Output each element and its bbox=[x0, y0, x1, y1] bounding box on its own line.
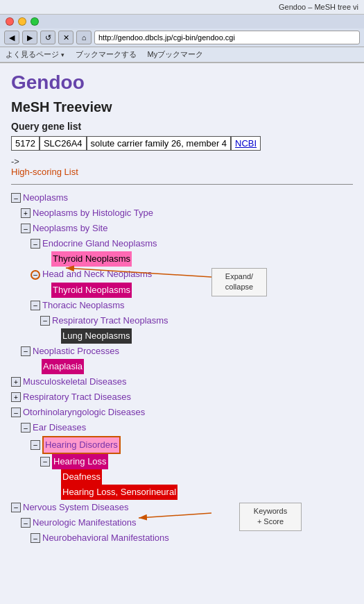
indent-thoracic-children: – Respiratory Tract Neoplasms Lung Neopl… bbox=[40, 313, 353, 344]
callout-expand-line2: collapse bbox=[225, 283, 253, 291]
gene-ncbi-link[interactable]: NCBI bbox=[231, 136, 261, 151]
indent-neurologic-children: – Neurobehavioral Manifestations bbox=[31, 530, 353, 546]
node-neurobehavioral[interactable]: Neurobehavioral Manifestations bbox=[42, 530, 169, 546]
toggle-endocrine[interactable]: – bbox=[31, 239, 40, 249]
tree-item-hearing-disorders: – Hearing Disorders bbox=[31, 436, 353, 454]
node-histologic[interactable]: Neoplasms by Histologic Type bbox=[33, 205, 153, 221]
node-nervous[interactable]: Nervous System Diseases bbox=[23, 500, 128, 515]
toggle-otorhinolaryngologic[interactable]: – bbox=[11, 408, 21, 417]
browser-chrome: Gendoo – MeSH tree vi ◀ ▶ ↺ ✕ ⌂ よく見るページ … bbox=[0, 0, 364, 63]
tree-item-head-neck: – Head and Neck Neoplasms bbox=[31, 267, 353, 282]
gene-name: solute carrier family 26, member 4 bbox=[87, 136, 232, 151]
stop-button[interactable]: ✕ bbox=[58, 31, 73, 44]
toggle-histologic[interactable]: + bbox=[21, 208, 31, 218]
node-respiratory-tract[interactable]: Respiratory Tract Neoplasms bbox=[52, 313, 168, 328]
node-thyroid2[interactable]: Thyroid Neoplasms bbox=[51, 283, 132, 298]
indent-ear-children: – Hearing Disorders – Hearing Loss Deafn… bbox=[31, 436, 353, 500]
indent-hearing-children: – Hearing Loss Deafness Hearing Loss, Se… bbox=[40, 454, 353, 500]
tree-item-respiratory-d: + Respiratory Tract Diseases bbox=[11, 389, 353, 405]
toggle-musculoskeletal[interactable]: + bbox=[11, 377, 21, 387]
indent-nervous-children: – Neurologic Manifestations – Neurobehav… bbox=[21, 515, 353, 546]
toggle-nervous[interactable]: – bbox=[11, 503, 21, 512]
tree-item-thyroid2: Thyroid Neoplasms bbox=[40, 283, 353, 298]
toggle-neurologic[interactable]: – bbox=[21, 518, 31, 528]
node-thyroid1[interactable]: Thyroid Neoplasms bbox=[51, 251, 132, 267]
indent-site-children: – Endocrine Gland Neoplasms Thyroid Neop… bbox=[31, 236, 353, 344]
tree-item-lung: Lung Neoplasms bbox=[50, 328, 353, 344]
toggle-hearing-disorders[interactable]: – bbox=[31, 440, 40, 450]
node-hearing-loss-s[interactable]: Hearing Loss, Sensorineural bbox=[61, 485, 177, 500]
tree-item-anaplasia: Anaplasia bbox=[31, 359, 353, 374]
callout-expand-line1: Expand/ bbox=[225, 272, 253, 280]
maximize-button[interactable] bbox=[31, 17, 39, 26]
indent-respiratory-children: Lung Neoplasms bbox=[50, 328, 353, 344]
tree-item-neurobehavioral: – Neurobehavioral Manifestations bbox=[31, 530, 353, 546]
menu-bookmark[interactable]: ブックマークする bbox=[76, 49, 137, 60]
address-bar[interactable] bbox=[94, 31, 360, 44]
gene-symbol: SLC26A4 bbox=[40, 136, 87, 151]
node-otorhinolaryngologic[interactable]: Otorhinolaryngologic Diseases bbox=[23, 405, 145, 420]
toggle-hearing-loss[interactable]: – bbox=[40, 457, 50, 467]
high-scoring-link[interactable]: High-scoring List bbox=[11, 167, 353, 177]
back-button[interactable]: ◀ bbox=[4, 31, 19, 44]
tree-item-thyroid1: Thyroid Neoplasms bbox=[40, 251, 353, 267]
high-scoring-row: -> High-scoring List bbox=[11, 156, 353, 177]
expand-collapse-callout: Expand/ collapse bbox=[211, 268, 267, 296]
node-endocrine[interactable]: Endocrine Gland Neoplasms bbox=[42, 236, 157, 251]
page-heading: MeSH Treeview bbox=[11, 99, 353, 115]
tree-item-nervous: – Nervous System Diseases bbox=[11, 500, 353, 515]
indent-head-neck-children: Thyroid Neoplasms bbox=[40, 283, 353, 298]
close-button[interactable] bbox=[6, 17, 14, 26]
tree: – Neoplasms + Neoplasms by Histologic Ty… bbox=[11, 190, 353, 546]
node-musculoskeletal[interactable]: Musculoskeletal Diseases bbox=[23, 374, 127, 389]
indent-hearing-loss-children: Deafness Hearing Loss, Sensorineural bbox=[50, 469, 353, 500]
divider bbox=[11, 184, 353, 185]
tree-item-ear: – Ear Diseases bbox=[21, 420, 353, 435]
toggle-neurobehavioral[interactable]: – bbox=[31, 533, 40, 543]
tree-item-neoplastic-processes: – Neoplastic Processes bbox=[21, 344, 353, 359]
tree-item-musculoskeletal: + Musculoskeletal Diseases bbox=[11, 374, 353, 389]
reload-button[interactable]: ↺ bbox=[40, 31, 55, 44]
node-head-neck[interactable]: Head and Neck Neoplasms bbox=[42, 267, 152, 282]
node-hearing-disorders[interactable]: Hearing Disorders bbox=[42, 436, 121, 454]
toggle-thoracic[interactable]: – bbox=[31, 301, 40, 310]
toggle-respiratory-tract[interactable]: – bbox=[40, 316, 50, 326]
node-respiratory-d[interactable]: Respiratory Tract Diseases bbox=[23, 389, 131, 405]
tree-item-respiratory-tract: – Respiratory Tract Neoplasms bbox=[40, 313, 353, 328]
node-neurologic[interactable]: Neurologic Manifestations bbox=[33, 515, 137, 530]
node-deafness[interactable]: Deafness bbox=[61, 469, 102, 485]
menu-mybookmark[interactable]: Myブックマーク bbox=[148, 49, 204, 60]
menu-favorites[interactable]: よく見るページ bbox=[6, 49, 64, 60]
node-lung[interactable]: Lung Neoplasms bbox=[61, 328, 132, 344]
toggle-site[interactable]: – bbox=[21, 224, 31, 233]
node-hearing-loss[interactable]: Hearing Loss bbox=[52, 454, 108, 469]
tree-item-deafness: Deafness bbox=[50, 469, 353, 485]
toggle-ear[interactable]: – bbox=[21, 423, 31, 433]
tree-item-hearing-loss: – Hearing Loss bbox=[40, 454, 353, 469]
main-content: Gendoo MeSH Treeview Query gene list 517… bbox=[0, 63, 364, 604]
gene-id: 5172 bbox=[11, 136, 40, 151]
toggle-neoplasms[interactable]: – bbox=[11, 193, 21, 203]
tree-item-neoplasms: – Neoplasms bbox=[11, 190, 353, 205]
toggle-head-neck[interactable]: – bbox=[31, 270, 40, 280]
node-ear[interactable]: Ear Diseases bbox=[33, 420, 86, 435]
indent-neoplastic-children: Anaplasia bbox=[31, 359, 353, 374]
home-button[interactable]: ⌂ bbox=[76, 31, 92, 44]
toggle-respiratory-d[interactable]: + bbox=[11, 392, 21, 402]
callout-keywords-line1: Keywords bbox=[254, 507, 287, 515]
node-site[interactable]: Neoplasms by Site bbox=[33, 221, 107, 236]
toggle-neoplastic[interactable]: – bbox=[21, 346, 31, 356]
site-title: Gendoo bbox=[11, 72, 353, 94]
forward-button[interactable]: ▶ bbox=[22, 31, 37, 44]
callout-keywords-line2: + Score bbox=[257, 517, 284, 526]
indent-otorhinolaryngologic-children: – Ear Diseases – Hearing Disorders – Hea… bbox=[21, 420, 353, 499]
node-thoracic[interactable]: Thoracic Neoplasms bbox=[42, 298, 125, 313]
node-neoplasms[interactable]: Neoplasms bbox=[23, 190, 68, 205]
section-label: Query gene list bbox=[11, 121, 353, 132]
minimize-button[interactable] bbox=[18, 17, 26, 26]
node-neoplastic[interactable]: Neoplastic Processes bbox=[33, 344, 119, 359]
menu-bar: よく見るページ ブックマークする Myブックマーク bbox=[0, 47, 364, 62]
node-anaplasia[interactable]: Anaplasia bbox=[42, 359, 84, 374]
gene-row: 5172 SLC26A4 solute carrier family 26, m… bbox=[11, 136, 353, 151]
window-controls bbox=[0, 15, 364, 28]
